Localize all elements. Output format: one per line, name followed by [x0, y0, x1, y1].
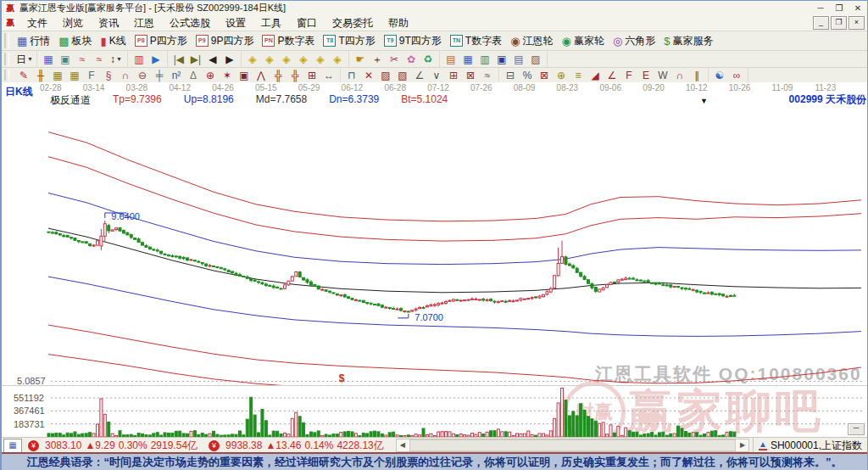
sh-index-summary[interactable]: ¥ 3083.10 ▲9.29 0.30% 2919.54亿	[25, 439, 198, 453]
next-bar-button[interactable]: ▶	[221, 51, 238, 67]
color-flag-button[interactable]: ▶	[147, 51, 164, 67]
zoom-diamond-6-button[interactable]: ◈	[329, 51, 346, 67]
channel-tool-button[interactable]: ∥	[688, 68, 705, 82]
ray-fan-button[interactable]: ✕	[360, 68, 377, 82]
bars-grid-button[interactable]: ⊞	[303, 68, 320, 82]
draw-pen-button[interactable]: ✎	[15, 68, 32, 82]
peak-tool-button[interactable]: ⋀	[253, 68, 270, 82]
price-tag-button[interactable]: ⊟	[502, 68, 519, 82]
percent-tool-button[interactable]: %	[519, 68, 536, 82]
infinity-button[interactable]: ∞	[728, 68, 745, 82]
info-board-button[interactable]: ▣	[57, 51, 74, 67]
red-grid-2-button[interactable]: ╬	[287, 68, 303, 82]
red-grid-1-button[interactable]: ╬	[270, 68, 287, 82]
mdi-restore-icon[interactable]: ❐	[831, 16, 847, 30]
measure-tool-button[interactable]: ✂	[386, 51, 403, 67]
notebook-button[interactable]: ▥	[476, 51, 493, 67]
period-day-button[interactable]: 日▼	[15, 51, 34, 67]
grid-box-button[interactable]: ⊞	[445, 68, 462, 82]
gann-square-up-button[interactable]: ▦	[49, 68, 66, 82]
sector-button[interactable]: ▩板块	[54, 31, 96, 50]
t-square-button[interactable]: T8T四方形	[319, 31, 379, 50]
mdi-close-icon[interactable]: ×	[849, 16, 865, 30]
hatch-box-2-button[interactable]: ▧	[394, 68, 411, 82]
sz-index-summary[interactable]: ¥ 9938.38 ▲13.46 0.14% 4228.13亿	[206, 439, 384, 453]
gann-square-down-button[interactable]: ▦	[66, 68, 83, 82]
menu-浏览[interactable]: 浏览	[55, 15, 91, 31]
gann-wheel-button[interactable]: ◉江恩轮	[506, 31, 557, 50]
golden-band-button[interactable]: ≡	[570, 68, 587, 82]
menu-公式选股[interactable]: 公式选股	[162, 15, 218, 31]
cycle-tool-button[interactable]: ♻	[420, 51, 437, 67]
zoom-diamond-5-button[interactable]: ◈	[312, 51, 329, 67]
last-page-button[interactable]: ▶|	[187, 51, 204, 67]
quote-table-icon[interactable]: ▦	[3, 439, 22, 453]
angle-tool-button[interactable]: Δ	[185, 68, 202, 82]
window-layout-button[interactable]: ▦	[40, 51, 57, 67]
save-button[interactable]: ▣	[493, 51, 510, 67]
hexagon-button[interactable]: ◎六角形	[609, 31, 659, 50]
current-index-panel[interactable]: ▲ SH000001,上证指数	[753, 438, 867, 453]
menu-江恩[interactable]: 江恩	[126, 15, 162, 31]
volume-collapse-button[interactable]: ─	[848, 423, 865, 435]
spiral-tool-button[interactable]: §	[100, 68, 117, 82]
menu-设置[interactable]: 设置	[218, 15, 253, 31]
t9-square-button[interactable]: T99T四方形	[380, 31, 446, 50]
zoom-diamond-4-button[interactable]: ◈	[295, 51, 312, 67]
mdi-minimize-icon[interactable]: _	[813, 16, 829, 30]
percent-retrace-button[interactable]: ⊠	[536, 68, 553, 82]
menu-交易委托[interactable]: 交易委托	[325, 15, 381, 31]
gann-angle-button[interactable]: ∠	[604, 68, 620, 82]
p-number-table-button[interactable]: PNP数字表	[258, 31, 319, 50]
export-button[interactable]: ▨	[527, 51, 544, 67]
scrollbar-thumb[interactable]	[409, 439, 736, 451]
mini-trend-2-button[interactable]: ≈	[91, 51, 108, 67]
vee-tool-button[interactable]: ∨	[428, 68, 445, 82]
kline-style-button[interactable]: ▥	[131, 51, 147, 67]
gann-circle-button[interactable]: ⊕	[202, 68, 219, 82]
scale-toggle-button[interactable]: ↕▼	[108, 51, 125, 67]
square-n2-button[interactable]: n²	[168, 68, 185, 82]
menu-窗口[interactable]: 窗口	[289, 15, 325, 31]
menu-工具[interactable]: 工具	[253, 15, 289, 31]
kline-button[interactable]: ▮K线	[97, 31, 131, 50]
print-button[interactable]: ▤	[510, 51, 527, 67]
menu-资讯[interactable]: 资讯	[91, 15, 126, 31]
zoom-diamond-1-button[interactable]: ◈	[244, 51, 261, 67]
cross-box-button[interactable]: ⊠	[462, 68, 479, 82]
fan-f-tool-button[interactable]: F	[620, 68, 637, 82]
calculator-button[interactable]: ▦	[459, 51, 476, 67]
yin-yang-button[interactable]: ☯	[711, 68, 728, 82]
scroll-left-icon[interactable]: ◀	[397, 440, 409, 450]
t-number-table-button[interactable]: TNT数字表	[446, 31, 506, 50]
chart-horizontal-scrollbar[interactable]: ◀ ▶	[396, 439, 749, 452]
kline-chart-canvas[interactable]: 5.08575511923674611837319.64007.0700$	[2, 82, 868, 437]
star-cycle-button[interactable]: ✶	[219, 68, 236, 82]
mini-trend-1-button[interactable]: ≈	[74, 51, 91, 67]
zoom-diamond-2-button[interactable]: ◈	[261, 51, 278, 67]
crosshair-tool-button[interactable]: ＋	[369, 51, 386, 67]
scroll-right-icon[interactable]: ▶	[737, 440, 748, 450]
restore-icon[interactable]: ❐	[830, 3, 849, 14]
zoom-diamond-3-button[interactable]: ◈	[278, 51, 295, 67]
angle-line-button[interactable]: ∠	[411, 68, 428, 82]
first-page-button[interactable]: |◀	[170, 51, 187, 67]
gann-grid-button[interactable]: ╫	[32, 68, 49, 82]
market-quote-button[interactable]: ▦行情	[13, 31, 54, 50]
toolbar-grip[interactable]	[4, 53, 9, 65]
winner-service-button[interactable]: $赢家服务	[659, 31, 717, 50]
menu-帮助[interactable]: 帮助	[381, 15, 416, 31]
toolbar-grip[interactable]	[4, 70, 9, 81]
calendar-button[interactable]: ▤	[442, 51, 459, 67]
box-tool-button[interactable]: ▣	[236, 68, 253, 82]
p9-square-button[interactable]: P99P四方形	[192, 31, 259, 50]
p-square-button[interactable]: P8P四方形	[131, 31, 192, 50]
wave-lines-button[interactable]: ≈	[479, 68, 496, 82]
slope-tool-button[interactable]: ◢	[587, 68, 604, 82]
width-tool-button[interactable]: ↔	[320, 68, 337, 82]
mark-tool-button[interactable]: ✿	[403, 51, 420, 67]
close-icon[interactable]: ✕	[849, 3, 867, 14]
time-grid-button[interactable]: ╪	[151, 68, 168, 82]
fan-e-tool-button[interactable]: E	[637, 68, 654, 82]
wave-w-tool-button[interactable]: W	[654, 68, 671, 82]
